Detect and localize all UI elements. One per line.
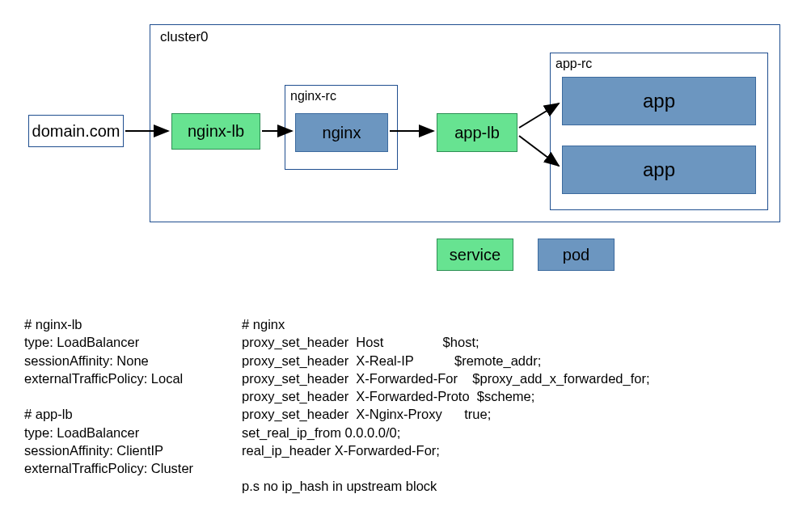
legend-pod: pod <box>538 239 615 271</box>
nginx-node: nginx <box>295 113 388 152</box>
domain-label: domain.com <box>32 122 120 141</box>
legend: service pod <box>437 239 615 271</box>
nginx-rc-label: nginx-rc <box>290 89 336 103</box>
nginx-lb-node: nginx-lb <box>171 113 260 150</box>
architecture-diagram: cluster0 domain.com nginx-lb nginx-rc ng… <box>24 24 787 226</box>
app-lb-label: app-lb <box>454 124 500 142</box>
app-lb-node: app-lb <box>437 113 517 152</box>
legend-service: service <box>437 239 513 271</box>
config-left-col: # nginx-lb type: LoadBalancer sessionAff… <box>24 315 193 496</box>
nginx-label: nginx <box>323 124 361 142</box>
cluster-label: cluster0 <box>160 29 209 45</box>
app-node-1: app <box>562 77 756 125</box>
config-text: # nginx-lb type: LoadBalancer sessionAff… <box>24 315 795 496</box>
legend-pod-label: pod <box>563 246 589 264</box>
nginx-lb-label: nginx-lb <box>188 122 244 141</box>
app-node-2: app <box>562 146 756 194</box>
app-label-2: app <box>643 158 675 181</box>
legend-service-label: service <box>450 246 501 264</box>
app-label-1: app <box>643 90 675 112</box>
app-rc-label: app-rc <box>555 57 592 71</box>
domain-node: domain.com <box>28 115 124 147</box>
config-right-col: # nginx proxy_set_header Host $host; pro… <box>242 315 649 496</box>
